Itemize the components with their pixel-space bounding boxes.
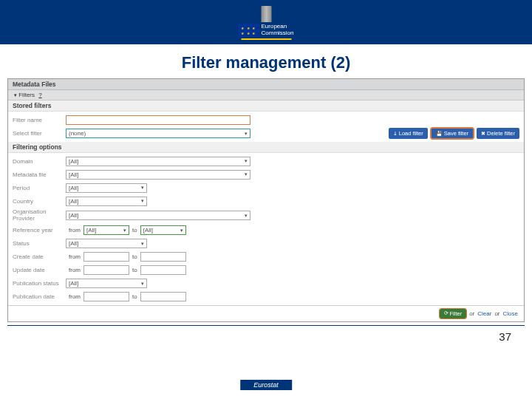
metadata-file-dropdown[interactable]: [All] [66,170,250,180]
from-text: from [69,227,81,233]
ec-logo: EuropeanCommission [238,6,293,40]
clear-link[interactable]: Clear [477,310,491,317]
filter-button[interactable]: ⟳Filter [440,309,467,318]
slide-header-bar: EuropeanCommission [0,0,532,44]
filters-toggle-bar[interactable]: ▾ Filters ? [8,90,524,100]
filtering-options-header: Filtering options [8,142,524,153]
save-filter-button[interactable]: 💾Save filter [431,128,474,139]
domain-dropdown[interactable]: [All] [66,157,250,166]
filter-name-label: Filter name [13,117,66,123]
status-dropdown[interactable]: [All] [66,239,147,248]
period-dropdown[interactable]: [All] [66,183,147,193]
from-text-2: from [69,253,81,260]
ref-year-to-dropdown[interactable]: [All] [140,225,186,235]
to-text-4: to [132,293,137,300]
delete-filter-button[interactable]: ✖Delete filter [477,128,519,139]
ref-year-from-dropdown[interactable]: [All] [83,225,129,235]
pub-date-to-input[interactable] [140,292,186,301]
bottom-action-bar: ⟳Filter or Clear or Close [8,305,524,321]
create-date-label: Create date [13,253,66,260]
from-text-3: from [69,267,81,273]
create-date-from-input[interactable] [83,252,129,262]
close-link[interactable]: Close [503,310,518,317]
country-dropdown[interactable]: [All] [66,197,147,206]
page-number: 37 [7,325,525,343]
period-label: Period [13,185,66,191]
ec-underline [241,38,291,40]
filter-icon: ⟳ [444,310,449,316]
to-text: to [132,227,137,233]
panel-title: Metadata Files [8,79,524,90]
from-text-4: from [69,293,81,300]
or-text-2: or [494,310,499,317]
org-provider-label: Organisation Provider [13,209,66,222]
select-filter-label: Select filter [13,130,66,137]
load-icon: ⤓ [393,131,398,137]
stored-filters-header: Stored filters [8,100,524,112]
collapse-icon: ▾ [14,92,17,98]
select-filter-dropdown[interactable]: (none) [66,129,250,138]
create-date-to-input[interactable] [140,252,186,262]
filters-label: Filters [18,92,35,98]
load-filter-button[interactable]: ⤓Load filter [389,128,428,139]
country-label: Country [13,198,66,205]
delete-icon: ✖ [481,131,485,137]
slide-title: Filter management (2) [0,53,532,72]
update-date-from-input[interactable] [83,265,129,275]
ec-building-icon [261,6,271,22]
to-text-2: to [132,253,137,260]
pub-date-label: Publication date [13,293,66,300]
eu-flag-icon [238,24,259,37]
update-date-label: Update date [13,267,66,273]
save-icon: 💾 [436,131,443,137]
org-provider-dropdown[interactable]: [All] [66,211,250,220]
to-text-3: to [132,267,137,273]
pub-status-dropdown[interactable]: [All] [66,279,147,288]
domain-label: Domain [13,158,66,165]
footer-tag: Eurostat [240,380,292,390]
ref-year-label: Reference year [13,227,66,233]
pub-date-from-input[interactable] [83,292,129,301]
help-icon[interactable]: ? [38,92,41,98]
ec-org-text: EuropeanCommission [261,24,293,37]
metadata-file-label: Metadata file [13,171,66,178]
app-screenshot: Metadata Files ▾ Filters ? Stored filter… [7,78,525,322]
filter-name-input[interactable] [66,115,250,125]
or-text: or [469,310,474,317]
status-label: Status [13,240,66,247]
pub-status-label: Publication status [13,280,66,287]
update-date-to-input[interactable] [140,265,186,275]
